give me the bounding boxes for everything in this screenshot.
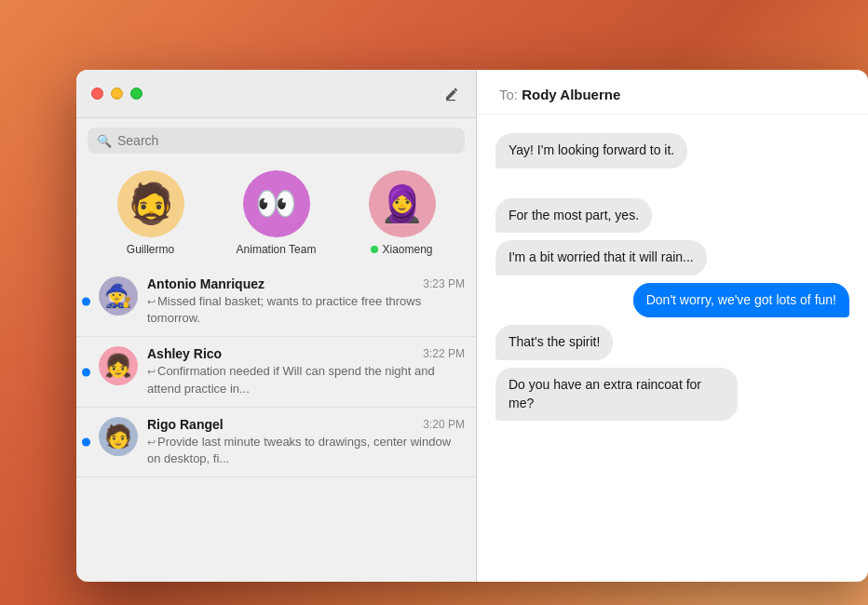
messages-area: Yay! I'm looking forward to it. For the … [477,114,868,582]
avatar-xiaomeng: 🧕 [369,170,436,237]
contact-name-guillermo: Guillermo [127,243,174,256]
svg-rect-0 [446,100,455,101]
message-row-ashley[interactable]: 👧 Ashley Rico 3:22 PM ↩Confirmation need… [76,337,476,407]
unread-indicator-rigo [82,437,90,446]
minimize-button[interactable] [111,87,123,100]
message-content-rigo: Rigo Rangel 3:20 PM ↩Provide last minute… [147,417,465,467]
sidebar: 🔍 🧔 Guillermo 👀 Animation Team [76,70,477,582]
message-preview-antonio: ↩Missed final basket; wants to practice … [147,293,465,327]
bubble-3: I'm a bit worried that it will rain... [495,240,707,276]
messages-window: 🔍 🧔 Guillermo 👀 Animation Team [76,70,868,582]
unread-indicator-antonio [82,298,90,306]
close-button[interactable] [91,87,103,100]
to-label: To: [499,87,518,102]
bubble-4: Don't worry, we've got lots of fun! [633,283,849,318]
message-list: 🧙 Antonio Manriquez 3:23 PM ↩Missed fina… [76,267,476,582]
pinned-contacts-row: 🧔 Guillermo 👀 Animation Team 🧕 Xiaomeng [76,163,476,267]
message-content-ashley: Ashley Rico 3:22 PM ↩Confirmation needed… [147,346,465,397]
pinned-contact-guillermo[interactable]: 🧔 Guillermo [104,170,197,256]
message-time-ashley: 3:22 PM [423,347,465,360]
message-preview-rigo: ↩Provide last minute tweaks to drawings,… [147,434,465,467]
message-time-antonio: 3:23 PM [423,277,465,290]
search-input[interactable] [117,133,455,148]
reply-icon-antonio: ↩ [147,296,156,307]
avatar-antonio: 🧙 [99,276,138,316]
chat-header: To: Rody Albuerne [477,70,868,114]
avatar-guillermo: 🧔 [117,170,184,237]
reply-icon-ashley: ↩ [147,366,156,377]
message-header-antonio: Antonio Manriquez 3:23 PM [147,276,465,291]
to-line: To: Rody Albuerne [499,87,846,102]
chat-panel: To: Rody Albuerne Yay! I'm looking forwa… [477,70,868,582]
message-content-antonio: Antonio Manriquez 3:23 PM ↩Missed final … [147,276,465,327]
message-preview-ashley: ↩Confirmation needed if Will can spend t… [147,363,465,397]
message-header-ashley: Ashley Rico 3:22 PM [147,346,465,361]
titlebar [76,70,476,118]
message-header-rigo: Rigo Rangel 3:20 PM [147,417,465,432]
pinned-contact-animation-team[interactable]: 👀 Animation Team [230,170,323,256]
window-controls [91,87,142,100]
compose-button[interactable] [442,85,461,103]
recipient-name: Rody Albuerne [522,87,620,102]
online-indicator-xiaomeng [371,246,378,253]
bubble-5: That's the spirit! [495,325,613,360]
search-bar[interactable]: 🔍 [88,128,465,154]
reply-icon-rigo: ↩ [147,437,156,448]
sender-name-antonio: Antonio Manriquez [147,276,264,291]
message-time-rigo: 3:20 PM [423,418,465,431]
bubble-1: Yay! I'm looking forward to it. [495,133,687,168]
contact-name-xiaomeng: Xiaomeng [371,243,432,256]
sender-name-ashley: Ashley Rico [147,346,222,361]
sender-name-rigo: Rigo Rangel [147,417,224,432]
search-icon: 🔍 [97,134,112,148]
pinned-contact-xiaomeng[interactable]: 🧕 Xiaomeng [356,170,449,256]
bubble-6: Do you have an extra raincoat for me? [495,368,738,421]
maximize-button[interactable] [130,87,142,100]
message-row-rigo[interactable]: 🧑 Rigo Rangel 3:20 PM ↩Provide last minu… [76,408,476,477]
avatar-animation-team: 👀 [243,170,310,237]
bubble-2: For the most part, yes. [495,198,652,234]
avatar-rigo: 🧑 [99,417,138,456]
unread-indicator-ashley [82,368,90,376]
message-row-antonio[interactable]: 🧙 Antonio Manriquez 3:23 PM ↩Missed fina… [76,267,476,337]
avatar-ashley: 👧 [99,346,138,385]
contact-name-animation-team: Animation Team [237,243,317,256]
